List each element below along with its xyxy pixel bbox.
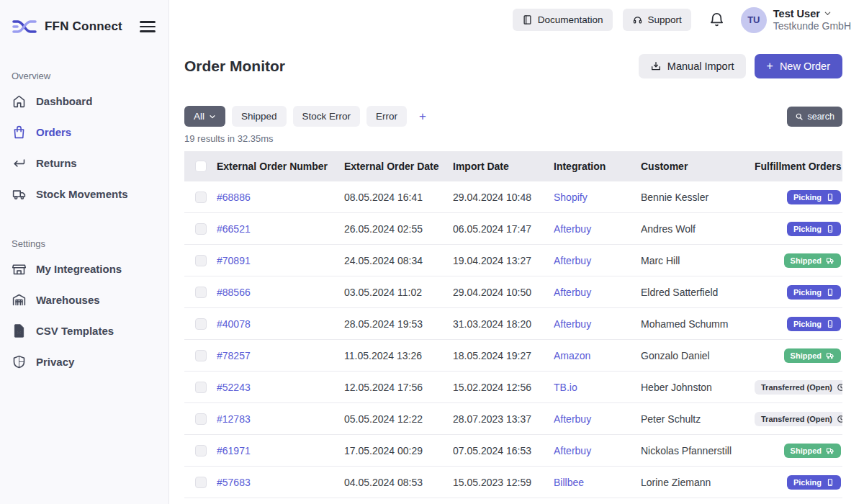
- row-checkbox[interactable]: [195, 318, 207, 330]
- sidebar-item-label: Returns: [36, 157, 77, 169]
- order-number-link[interactable]: #61971: [217, 445, 251, 456]
- external-order-date: 24.05.2024 08:34: [344, 255, 453, 266]
- integration-link[interactable]: Shopify: [554, 192, 588, 203]
- brand-name: FFN Connect: [45, 19, 132, 34]
- external-order-date: 05.05.2024 12:22: [344, 413, 453, 425]
- row-checkbox[interactable]: [195, 413, 207, 425]
- integration-link[interactable]: Afterbuy: [554, 318, 591, 330]
- main-panel: Order Monitor Manual Import + New Order: [169, 40, 864, 504]
- sidebar-item-dashboard[interactable]: Dashboard: [0, 86, 168, 117]
- sidebar-item-stock-movements[interactable]: Stock Movements: [0, 179, 168, 210]
- mobile-scanner-icon: [826, 478, 834, 487]
- order-number-link[interactable]: #78257: [217, 350, 251, 361]
- integration-link[interactable]: Afterbuy: [554, 255, 591, 266]
- row-checkbox[interactable]: [195, 382, 207, 393]
- warehouse-icon: [12, 292, 27, 307]
- filter-error[interactable]: Error: [366, 106, 407, 127]
- avatar[interactable]: TU: [741, 7, 767, 33]
- status-label: Shipped: [791, 351, 822, 360]
- row-checkbox[interactable]: [195, 255, 207, 266]
- filter-shipped[interactable]: Shipped: [232, 106, 287, 127]
- sidebar-item-label: Privacy: [36, 356, 74, 368]
- section-label-settings: Settings: [0, 238, 168, 249]
- add-filter-button[interactable]: +: [413, 107, 432, 127]
- brand-row: FFN Connect: [0, 12, 168, 42]
- integration-link[interactable]: Amazon: [554, 350, 590, 361]
- order-number-link[interactable]: #57683: [217, 477, 251, 488]
- content-area: Documentation Support TU Test User: [169, 0, 864, 504]
- sidebar-item-orders[interactable]: Orders: [0, 117, 168, 148]
- support-label: Support: [648, 14, 682, 25]
- order-number-link[interactable]: #12783: [217, 413, 251, 425]
- order-number-link[interactable]: #68886: [217, 192, 251, 203]
- customer-name: Eldred Satterfield: [641, 287, 755, 298]
- support-button[interactable]: Support: [623, 9, 691, 31]
- shipped-truck-icon: [826, 351, 834, 360]
- order-number-link[interactable]: #66521: [217, 223, 251, 235]
- sidebar-item-label: Warehouses: [36, 294, 100, 306]
- customer-name: Lorine Ziemann: [641, 477, 755, 488]
- row-checkbox[interactable]: [195, 350, 207, 361]
- sidebar-item-my-integreations[interactable]: My Integreations: [0, 253, 168, 284]
- import-date: 28.07.2023 13:37: [453, 413, 554, 425]
- table-row: #40078 28.05.2024 19:53 31.03.2024 18:20…: [184, 308, 842, 340]
- status-label: Transferred (Open): [761, 415, 832, 423]
- fulfillment-status-badge[interactable]: Shipped: [784, 348, 841, 363]
- fulfillment-status-badge[interactable]: Picking: [787, 285, 841, 300]
- external-order-date: 17.05.2024 00:29: [344, 445, 453, 456]
- import-date: 15.02.2024 12:56: [453, 382, 554, 393]
- sidebar-item-label: Stock Movements: [36, 188, 128, 200]
- integration-link[interactable]: TB.io: [554, 382, 577, 393]
- row-checkbox[interactable]: [195, 477, 207, 488]
- integration-link[interactable]: Afterbuy: [554, 445, 591, 456]
- documentation-button[interactable]: Documentation: [513, 9, 613, 31]
- integration-link[interactable]: Billbee: [554, 477, 584, 488]
- sidebar-item-returns[interactable]: Returns: [0, 148, 168, 179]
- row-checkbox[interactable]: [195, 445, 207, 456]
- sidebar-item-csv-templates[interactable]: x CSV Templates: [0, 315, 168, 346]
- row-checkbox[interactable]: [195, 287, 207, 298]
- customer-name: Gonzalo Daniel: [641, 350, 755, 361]
- sidebar-item-privacy[interactable]: Privacy: [0, 346, 168, 377]
- order-number-link[interactable]: #70891: [217, 255, 251, 266]
- top-header: Documentation Support TU Test User: [169, 0, 864, 40]
- notifications-bell-icon[interactable]: [708, 12, 725, 28]
- sidebar-item-warehouses[interactable]: Warehouses: [0, 284, 168, 315]
- order-number-link[interactable]: #52243: [217, 382, 251, 393]
- select-all-checkbox[interactable]: [195, 161, 207, 172]
- shopping-bag-icon: [12, 125, 27, 140]
- sidebar-item-label: My Integreations: [36, 263, 122, 275]
- column-header-fulfillment: Fulfillment Orders: [755, 161, 842, 172]
- row-checkbox[interactable]: [195, 192, 207, 203]
- import-date: 15.05.2023 12:59: [453, 477, 554, 488]
- customer-name: Marc Hill: [641, 255, 755, 266]
- sidebar: FFN Connect Overview Dashboard Orders Re…: [0, 0, 169, 504]
- user-menu[interactable]: TU Test User Testkunde GmbH: [741, 7, 851, 33]
- manual-import-button[interactable]: Manual Import: [639, 54, 746, 78]
- integration-link[interactable]: Afterbuy: [554, 287, 591, 298]
- fulfillment-status-badge[interactable]: Picking: [787, 222, 841, 236]
- order-number-link[interactable]: #40078: [217, 318, 251, 330]
- integration-link[interactable]: Afterbuy: [554, 223, 591, 235]
- fulfillment-status-badge[interactable]: Picking: [787, 190, 841, 204]
- filter-all[interactable]: All: [184, 106, 225, 127]
- fulfillment-status-badge[interactable]: Transferred (Open): [755, 380, 842, 395]
- table-body: #68886 08.05.2024 16:41 29.04.2024 10:48…: [184, 181, 842, 498]
- order-number-link[interactable]: #88566: [217, 287, 251, 298]
- documentation-label: Documentation: [538, 14, 603, 25]
- filter-stock-error[interactable]: Stock Error: [293, 106, 361, 127]
- fulfillment-status-badge[interactable]: Transferred (Open): [755, 412, 842, 426]
- fulfillment-status-badge[interactable]: Picking: [787, 317, 841, 331]
- fulfillment-status-badge[interactable]: Picking: [787, 475, 841, 490]
- fulfillment-status-badge[interactable]: Shipped: [784, 444, 841, 458]
- import-date: 29.04.2024 10:50: [453, 287, 554, 298]
- table-row: #52243 12.05.2024 17:56 15.02.2024 12:56…: [184, 372, 842, 403]
- hamburger-menu-icon[interactable]: [140, 21, 156, 32]
- integration-link[interactable]: Afterbuy: [554, 413, 591, 425]
- new-order-button[interactable]: + New Order: [755, 54, 842, 78]
- search-button[interactable]: search: [787, 107, 842, 127]
- fulfillment-status-badge[interactable]: Shipped: [784, 253, 841, 268]
- column-header-integration: Integration: [554, 161, 641, 172]
- row-checkbox[interactable]: [195, 223, 207, 235]
- status-label: Transferred (Open): [761, 383, 832, 392]
